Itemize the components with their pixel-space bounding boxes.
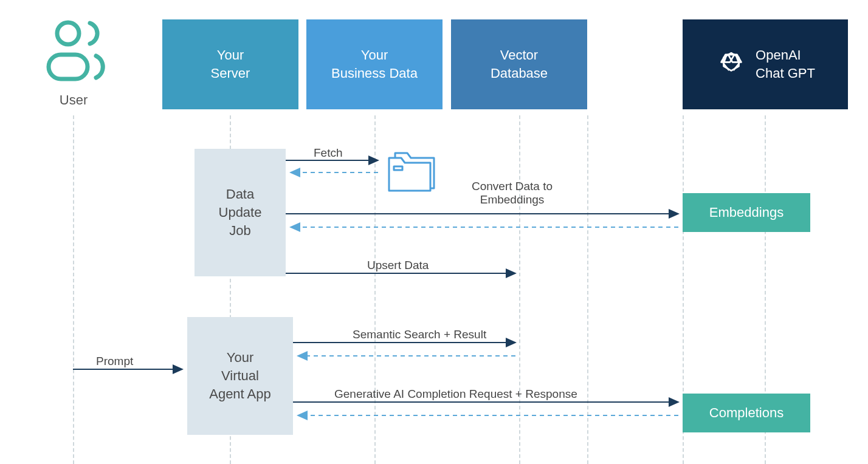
label-semantic: Semantic Search + Result [353, 328, 486, 341]
user-label: User [40, 92, 107, 108]
lifeline-business [374, 115, 376, 464]
api-completions: Completions [683, 394, 810, 432]
lane-server: Your Server [162, 19, 298, 109]
lane-vector: Vector Database [451, 19, 587, 109]
label-upsert: Upsert Data [367, 259, 429, 272]
api-embeddings: Embeddings [683, 193, 810, 232]
openai-label-1: OpenAI [756, 46, 815, 64]
data-job-line3: Job [229, 222, 250, 240]
data-job-line2: Update [219, 203, 262, 222]
lifeline-vector-2 [587, 115, 588, 464]
label-generative: Generative AI Completion Request + Respo… [334, 387, 577, 401]
lifeline-vector [519, 115, 520, 464]
openai-label-2: Chat GPT [756, 64, 815, 83]
svg-point-0 [57, 22, 79, 44]
activation-data-job: Data Update Job [195, 149, 286, 276]
folder-icon [384, 148, 443, 196]
svg-rect-1 [49, 55, 88, 79]
lane-user: User [40, 17, 107, 108]
lane-business: Your Business Data [306, 19, 443, 109]
data-job-line1: Data [226, 185, 254, 203]
agent-line3: Agent App [209, 385, 271, 403]
activation-agent-app: Your Virtual Agent App [187, 317, 293, 435]
lane-openai: OpenAI Chat GPT [683, 19, 848, 109]
agent-line1: Your [227, 349, 253, 367]
agent-line2: Virtual [221, 367, 259, 385]
lifeline-user [73, 115, 74, 464]
label-prompt: Prompt [96, 355, 133, 368]
label-convert: Convert Data to Embeddings [472, 180, 553, 206]
openai-icon [715, 49, 747, 80]
label-fetch: Fetch [314, 146, 343, 160]
user-icon [40, 17, 107, 86]
